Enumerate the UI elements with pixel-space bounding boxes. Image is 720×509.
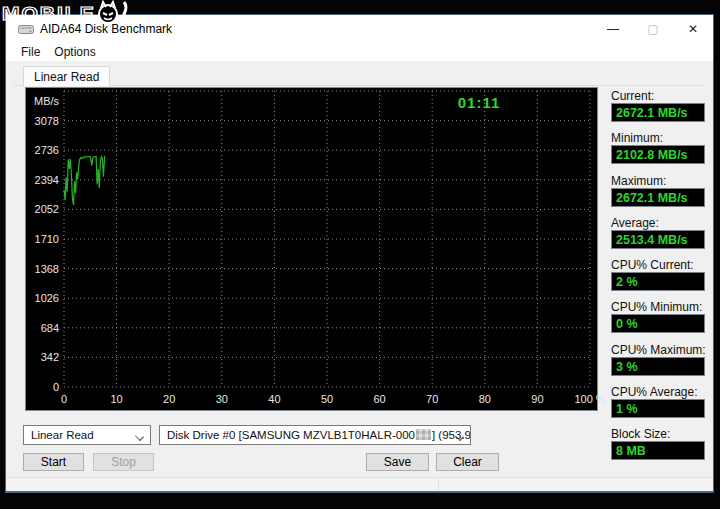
disk-drive-value: Disk Drive #0 [SAMSUNG MZVLB1T0HALR-000]…	[167, 429, 471, 441]
x-axis-tick-label: 10	[95, 393, 139, 405]
test-type-dropdown[interactable]: Linear Read	[23, 425, 151, 445]
x-axis-tick-label: 0	[42, 393, 86, 405]
save-button[interactable]: Save	[366, 453, 429, 471]
redacted-serial	[416, 429, 431, 440]
y-axis-tick-label: 684	[26, 322, 59, 334]
tab-strip-divider	[14, 85, 705, 86]
stat-value-box: 2513.4 MB/s	[611, 230, 705, 249]
clear-button[interactable]: Clear	[436, 453, 499, 471]
x-axis-tick-label: 90	[515, 393, 559, 405]
elapsed-timer: 01:11	[419, 94, 539, 111]
stat-label: Maximum:	[611, 174, 666, 188]
mobile01-logo-text: MOBILE	[2, 3, 96, 24]
y-axis-tick-label: 2736	[26, 144, 59, 156]
stats-panel: Current:2672.1 MB/sMinimum:2102.8 MB/sMa…	[611, 15, 705, 492]
x-axis-tick-label: 70	[410, 393, 454, 405]
status-bar	[6, 477, 713, 492]
stat-value-box: 1 %	[611, 399, 705, 418]
y-axis-tick-label: 0	[26, 381, 59, 393]
stat-value-box: 2672.1 MB/s	[611, 188, 705, 207]
chevron-down-icon	[135, 432, 144, 441]
stat-value-box: 2 %	[611, 272, 705, 291]
test-type-value: Linear Read	[31, 429, 94, 441]
menu-bar: File Options	[6, 43, 713, 61]
y-axis-unit-label: MB/s	[34, 95, 59, 107]
tab-linear-read[interactable]: Linear Read	[23, 66, 110, 86]
x-axis-tick-label: 40	[252, 393, 296, 405]
menu-file[interactable]: File	[21, 45, 40, 59]
stat-label: CPU% Average:	[611, 385, 698, 399]
y-axis-tick-label: 2052	[26, 203, 59, 215]
stat-value-box: 3 %	[611, 357, 705, 376]
mobile01-logo: MOBILE	[2, 1, 132, 27]
menu-options[interactable]: Options	[54, 45, 95, 59]
chart-grid-and-line	[26, 88, 597, 410]
y-axis-tick-label: 1710	[26, 233, 59, 245]
mobile01-devil-icon	[96, 0, 132, 28]
stat-label: Minimum:	[611, 131, 663, 145]
stat-value-box: 0 %	[611, 314, 705, 333]
x-axis-tick-label: 30	[200, 393, 244, 405]
stat-label: Block Size:	[611, 427, 670, 441]
y-axis-tick-label: 1368	[26, 263, 59, 275]
stat-label: Current:	[611, 89, 654, 103]
benchmark-chart: MB/s 01:11 03426841026136817102052239427…	[25, 87, 598, 411]
stat-label: Average:	[611, 216, 659, 230]
y-axis-tick-label: 2394	[26, 174, 59, 186]
stop-button[interactable]: Stop	[93, 453, 154, 471]
disk-drive-dropdown[interactable]: Disk Drive #0 [SAMSUNG MZVLB1T0HALR-000]…	[159, 425, 471, 445]
x-axis-tick-label: 100 %	[568, 393, 612, 405]
y-axis-tick-label: 3078	[26, 115, 59, 127]
x-axis-tick-label: 20	[147, 393, 191, 405]
x-axis-tick-label: 60	[358, 393, 402, 405]
aida64-disk-benchmark-window: AIDA64 Disk Benchmark — ▢ ✕ File Options…	[5, 14, 714, 493]
x-axis-tick-label: 80	[463, 393, 507, 405]
y-axis-tick-label: 342	[26, 351, 59, 363]
start-button[interactable]: Start	[23, 453, 84, 471]
status-bar-divider	[438, 479, 439, 490]
stat-value-box: 2672.1 MB/s	[611, 103, 705, 122]
x-axis-tick-label: 50	[305, 393, 349, 405]
stat-value-box: 2102.8 MB/s	[611, 145, 705, 164]
stat-label: CPU% Maximum:	[611, 343, 706, 357]
stat-value-box: 8 MB	[611, 441, 705, 460]
y-axis-tick-label: 1026	[26, 292, 59, 304]
stat-label: CPU% Minimum:	[611, 300, 702, 314]
stat-label: CPU% Current:	[611, 258, 694, 272]
